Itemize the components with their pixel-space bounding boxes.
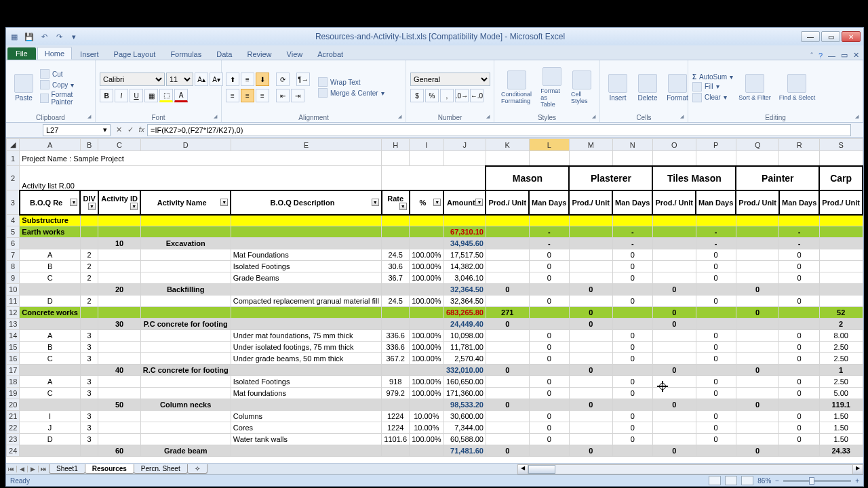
cell-J13[interactable]: 24,449.40 xyxy=(443,319,486,330)
col-header-N[interactable]: N xyxy=(612,139,652,151)
cell-K8[interactable] xyxy=(486,261,529,272)
col-header-D[interactable]: D xyxy=(140,139,231,151)
page-break-view-button[interactable] xyxy=(741,476,753,485)
cell-S24[interactable]: 24.33 xyxy=(819,445,863,457)
cell-O12[interactable]: 0 xyxy=(652,307,696,319)
col-header-A[interactable]: A xyxy=(20,139,81,151)
cell[interactable] xyxy=(529,151,569,166)
cell-B15[interactable]: 3 xyxy=(80,342,98,353)
cell-K19[interactable] xyxy=(486,388,529,399)
cell-N22[interactable]: 0 xyxy=(612,422,652,434)
col-header-E[interactable]: E xyxy=(231,139,382,151)
cell-B6[interactable] xyxy=(80,238,98,249)
cell-S11[interactable] xyxy=(819,296,863,307)
zoom-in-button[interactable]: + xyxy=(855,477,859,485)
increase-decimal-button[interactable]: .0→ xyxy=(455,89,469,102)
cell-D23[interactable] xyxy=(140,434,231,445)
col-header-I[interactable]: I xyxy=(410,139,443,151)
cell-E19[interactable]: Mat foundations xyxy=(231,388,382,399)
cell-A23[interactable]: D xyxy=(20,434,81,445)
row-header-14[interactable]: 14 xyxy=(7,330,20,342)
cell-B22[interactable]: 3 xyxy=(80,422,98,434)
new-sheet-button[interactable]: ✧ xyxy=(187,464,208,474)
cell-D12[interactable] xyxy=(140,307,231,319)
row-header-6[interactable]: 6 xyxy=(7,238,20,249)
cell-L16[interactable]: 0 xyxy=(529,353,569,365)
cell-A22[interactable]: J xyxy=(20,422,81,434)
cell-N14[interactable]: 0 xyxy=(612,330,652,342)
cell-Q20[interactable]: 0 xyxy=(736,399,779,411)
col-header-O[interactable]: O xyxy=(652,139,696,151)
underline-button[interactable]: U xyxy=(130,89,143,102)
cell-K12[interactable]: 271 xyxy=(486,307,529,319)
decrease-indent-button[interactable]: ⇤ xyxy=(276,89,290,102)
cell-H7[interactable]: 24.5 xyxy=(382,249,410,261)
autosum-button[interactable]: Σ AutoSum ▾ xyxy=(692,73,733,81)
row-header-19[interactable]: 19 xyxy=(7,388,20,399)
row-header-8[interactable]: 8 xyxy=(7,261,20,272)
header-actid[interactable]: Activity ID▼ xyxy=(98,190,140,215)
cell-K7[interactable] xyxy=(486,249,529,261)
cell-J8[interactable]: 14,382.00 xyxy=(443,261,486,272)
zoom-out-button[interactable]: − xyxy=(775,477,779,485)
cell-H14[interactable]: 336.6 xyxy=(382,330,410,342)
cell-D22[interactable] xyxy=(140,422,231,434)
cell-N15[interactable]: 0 xyxy=(612,342,652,353)
cell-M15[interactable] xyxy=(569,342,612,353)
cell-C22[interactable] xyxy=(98,422,140,434)
cell-I13[interactable] xyxy=(410,319,443,330)
normal-view-button[interactable] xyxy=(709,476,721,485)
cell-I22[interactable]: 10.00% xyxy=(410,422,443,434)
cell-Q24[interactable]: 0 xyxy=(736,445,779,457)
cell-P4[interactable] xyxy=(696,215,736,226)
cell-B23[interactable]: 3 xyxy=(80,434,98,445)
undo-icon[interactable]: ↶ xyxy=(39,31,50,42)
header-mandays[interactable]: Man Days xyxy=(612,190,652,215)
cell-H9[interactable]: 36.7 xyxy=(382,272,410,284)
cell-J20[interactable]: 98,533.20 xyxy=(443,399,486,411)
cell-B8[interactable]: 2 xyxy=(80,261,98,272)
cell-H19[interactable]: 979.2 xyxy=(382,388,410,399)
cell-K11[interactable] xyxy=(486,296,529,307)
cell[interactable] xyxy=(410,151,443,166)
cell-C8[interactable] xyxy=(98,261,140,272)
col-header-L[interactable]: L xyxy=(529,139,569,151)
header-pct[interactable]: %▼ xyxy=(410,190,443,215)
cell-C6[interactable]: 10 xyxy=(98,238,140,249)
cell-O13[interactable]: 0 xyxy=(652,319,696,330)
cell-Q6[interactable] xyxy=(736,238,779,249)
cell-J15[interactable]: 11,781.00 xyxy=(443,342,486,353)
cell-K21[interactable] xyxy=(486,411,529,422)
cell-I6[interactable] xyxy=(410,238,443,249)
cell-M4[interactable] xyxy=(569,215,612,226)
cell-Q5[interactable] xyxy=(736,226,779,238)
cell-D19[interactable] xyxy=(140,388,231,399)
cell-H20[interactable] xyxy=(382,399,410,411)
cell-A9[interactable]: C xyxy=(20,272,81,284)
cell[interactable] xyxy=(443,151,486,166)
cell-R9[interactable]: 0 xyxy=(779,272,819,284)
cell-L24[interactable] xyxy=(529,445,569,457)
cell-H5[interactable] xyxy=(382,226,410,238)
cell-E16[interactable]: Under grade beams, 50 mm thick xyxy=(231,353,382,365)
cell-D8[interactable] xyxy=(140,261,231,272)
cell-D10[interactable]: Backfilling xyxy=(140,284,231,296)
horizontal-scrollbar[interactable]: ◀▶ xyxy=(517,464,863,474)
cell-P11[interactable]: 0 xyxy=(696,296,736,307)
cell-N9[interactable]: 0 xyxy=(612,272,652,284)
sort-filter-button[interactable]: Sort & Filter xyxy=(736,73,774,102)
conditional-formatting-button[interactable]: Conditional Formatting xyxy=(498,69,535,106)
cell-S8[interactable] xyxy=(819,261,863,272)
sheet-tab-resources[interactable]: Resources xyxy=(85,464,134,474)
cell-Q12[interactable]: 0 xyxy=(736,307,779,319)
cell-J4[interactable] xyxy=(443,215,486,226)
cell-R18[interactable]: 0 xyxy=(779,376,819,388)
cell-P20[interactable] xyxy=(696,399,736,411)
cell-P16[interactable]: 0 xyxy=(696,353,736,365)
cell-M13[interactable]: 0 xyxy=(569,319,612,330)
cell-Q19[interactable] xyxy=(736,388,779,399)
cell-L6[interactable]: - xyxy=(529,238,569,249)
header-prod[interactable]: Prod./ Unit xyxy=(569,190,612,215)
cell-O8[interactable] xyxy=(652,261,696,272)
orientation-button[interactable]: ⟳ xyxy=(276,73,290,86)
